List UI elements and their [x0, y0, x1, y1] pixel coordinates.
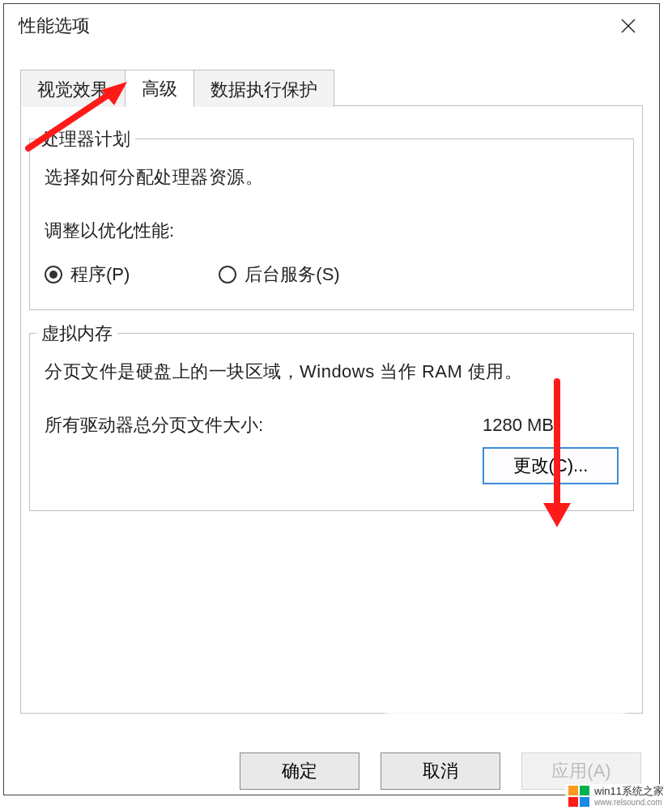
tab-visual-effects[interactable]: 视觉效果	[20, 70, 125, 107]
titlebar: 性能选项	[4, 4, 659, 48]
advanced-tab-content: 处理器计划 选择如何分配处理器资源。 调整以优化性能: 程序(P) 后台服务(S…	[20, 106, 643, 714]
tab-bar: 视觉效果 高级 数据执行保护	[20, 69, 643, 106]
processor-scheduling-desc: 选择如何分配处理器资源。	[45, 165, 619, 190]
change-button[interactable]: 更改(C)...	[483, 447, 619, 484]
watermark: win11系统之家 www.relsound.com	[565, 784, 667, 808]
performance-options-window: 性能选项 视觉效果 高级 数据执行保护 处理器计划 选择如何分配处理器资源。 调…	[3, 3, 660, 795]
paging-total-label: 所有驱动器总分页文件大小:	[45, 413, 263, 437]
scheduling-radio-row: 程序(P) 后台服务(S)	[45, 262, 619, 287]
close-icon	[620, 18, 636, 34]
tab-advanced[interactable]: 高级	[125, 70, 194, 107]
blurred-region	[384, 688, 627, 720]
dialog-footer: 确定 取消 应用(A)	[4, 752, 659, 790]
paging-total-value: 1280 MB	[483, 415, 554, 436]
virtual-memory-group: 虚拟内存 分页文件是硬盘上的一块区域，Windows 当作 RAM 使用。 所有…	[29, 333, 634, 511]
paging-total-row: 所有驱动器总分页文件大小: 1280 MB	[45, 413, 619, 437]
ok-button[interactable]: 确定	[240, 752, 359, 790]
processor-scheduling-legend: 处理器计划	[36, 127, 135, 151]
radio-background-services[interactable]: 后台服务(S)	[219, 262, 339, 287]
radio-icon	[219, 266, 236, 284]
radio-programs[interactable]: 程序(P)	[45, 262, 130, 287]
cancel-button[interactable]: 取消	[381, 752, 500, 790]
radio-programs-label: 程序(P)	[70, 262, 130, 287]
processor-scheduling-group: 处理器计划 选择如何分配处理器资源。 调整以优化性能: 程序(P) 后台服务(S…	[29, 139, 634, 310]
window-title: 性能选项	[19, 14, 90, 38]
adjust-label: 调整以优化性能:	[45, 219, 619, 243]
tab-dep[interactable]: 数据执行保护	[194, 70, 334, 107]
radio-icon	[45, 266, 62, 284]
watermark-name: win11系统之家	[594, 786, 664, 797]
watermark-url: www.relsound.com	[594, 798, 664, 807]
virtual-memory-desc: 分页文件是硬盘上的一块区域，Windows 当作 RAM 使用。	[45, 360, 619, 384]
close-button[interactable]	[612, 10, 644, 42]
virtual-memory-legend: 虚拟内存	[36, 322, 117, 346]
watermark-logo-icon	[568, 786, 589, 807]
radio-background-label: 后台服务(S)	[245, 262, 339, 287]
